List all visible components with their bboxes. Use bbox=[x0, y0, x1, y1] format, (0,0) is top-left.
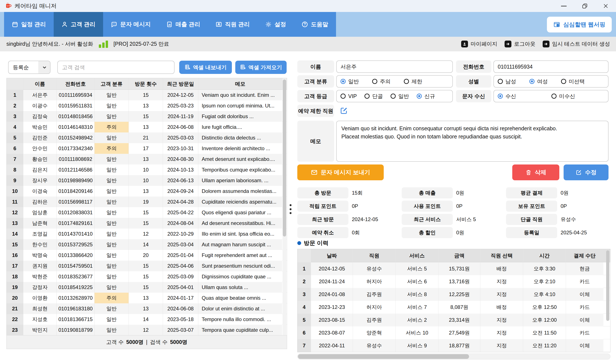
cell-memo: Amet deserunt sunt explicabo.... bbox=[198, 154, 282, 165]
customer-row[interactable]: 21 최성현 010196183180 일반 13 2024-06-08 Dol… bbox=[7, 303, 287, 314]
radio-option[interactable]: 여성 bbox=[529, 78, 548, 85]
tab-settings[interactable]: 설정 bbox=[258, 12, 294, 37]
tab-schedule[interactable]: 일정 관리 bbox=[4, 12, 54, 37]
customer-row[interactable]: 5 김민준 010152498942 일반 21 2025-03-03 Dist… bbox=[7, 132, 287, 143]
radio-option[interactable]: 수신 bbox=[498, 93, 516, 100]
radio-option[interactable]: 일반 bbox=[341, 78, 359, 85]
customer-row[interactable]: 14 조영길 010143701410 일반 12 2022-10-29 Ill… bbox=[7, 229, 287, 239]
web-surfing-button[interactable]: 심심할땐 웹서핑 bbox=[547, 17, 612, 32]
mypage-link[interactable]: 마이페이지 bbox=[461, 40, 497, 47]
history-row[interactable]: 3 2024-01-08 김주원 서비스 8 12,225원 지정 오후 4:1… bbox=[298, 288, 610, 301]
customer-row[interactable]: 3 김정숙 010148018456 일반 15 2024-11-19 Fugi… bbox=[7, 111, 287, 122]
customer-row[interactable]: 23 박민지 010190818799 일반 12 2025-03-07 Tem… bbox=[7, 325, 287, 335]
tab-help[interactable]: 도움말 bbox=[294, 12, 336, 37]
minimize-button[interactable] bbox=[560, 2, 568, 10]
sales-doc-icon bbox=[166, 21, 173, 27]
logout-link[interactable]: 로그아웃 bbox=[505, 40, 535, 47]
cell-category: 일반 bbox=[94, 229, 129, 239]
customer-row[interactable]: 22 지성호 010181366715 일반 14 2023-05-18 Tem… bbox=[7, 314, 287, 325]
cell-date: 2024-11-24 bbox=[311, 275, 353, 288]
edit-button[interactable]: 수정 bbox=[564, 165, 609, 180]
cell-category: 일반 bbox=[94, 303, 129, 314]
customer-row[interactable]: 19 강정자 010185419225 일반 15 2025-04-01 Ull… bbox=[7, 282, 287, 293]
cell-category: 일반 bbox=[94, 207, 129, 218]
close-button[interactable] bbox=[602, 2, 610, 10]
edit-restricted-staff-button[interactable] bbox=[340, 106, 348, 115]
customer-row[interactable]: 10 이경숙 010184209146 일반 13 2024-09-24 Dol… bbox=[7, 186, 287, 196]
radio-option[interactable]: VIP bbox=[341, 93, 357, 99]
tab-staff[interactable]: 직원 관리 bbox=[208, 12, 258, 37]
delete-label: 삭제 bbox=[535, 169, 546, 176]
cell-visits: 12 bbox=[129, 229, 163, 239]
customer-row[interactable]: 12 엄상훈 010120838031 일반 15 2025-04-22 Quo… bbox=[7, 207, 287, 218]
customer-row[interactable]: 9 장시우 010198989490 일반 10 2024-06-13 Ulla… bbox=[7, 175, 287, 186]
history-row[interactable]: 5 2023-08-15 김주원 서비스 2 23,314원 지정 오후 12:… bbox=[298, 313, 610, 326]
excel-import-label: 엑셀 가져오기 bbox=[248, 64, 282, 71]
history-row[interactable]: 4 2023-12-23 허지아 서비스 7 8,087원 배정 오후 12:5… bbox=[298, 301, 610, 313]
customer-row[interactable]: 17 권지원 010154759501 일반 15 2025-04-06 Sun… bbox=[7, 260, 287, 271]
radio-option[interactable]: 미수신 bbox=[551, 93, 575, 100]
customer-row[interactable]: 2 이광수 010159511831 일반 13 2025-03-23 Ipsu… bbox=[7, 100, 287, 111]
customer-row[interactable]: 6 안수민 010173342340 주의 17 2023-10-31 Inve… bbox=[7, 143, 287, 154]
cell-memo: Distinctio dicta delectus ... bbox=[198, 132, 282, 143]
tab-messages[interactable]: 문자 메시지 bbox=[103, 12, 159, 37]
delete-button[interactable]: 삭제 bbox=[512, 165, 559, 180]
cell-staff: 김주원 bbox=[353, 313, 396, 326]
cell-last-visit: 2024-04-28 bbox=[163, 196, 198, 207]
customer-row[interactable]: 15 한수민 010153729525 일반 14 2025-03-04 Aut… bbox=[7, 239, 287, 250]
history-horizontal-scrollbar[interactable] bbox=[297, 353, 610, 360]
customer-row[interactable]: 18 박현준 010183523677 일반 15 2025-03-09 Dig… bbox=[7, 271, 287, 282]
customer-scrollbar-thumb[interactable] bbox=[283, 79, 286, 236]
customer-row[interactable]: 16 박명숙 010133866420 일반 20 2025-01-04 Fug… bbox=[7, 250, 287, 260]
app-icon bbox=[5, 2, 12, 10]
tab-customers[interactable]: 고객 관리 bbox=[54, 12, 103, 37]
tab-label: 직원 관리 bbox=[225, 21, 250, 28]
cell-staff: 유성수 bbox=[353, 339, 396, 352]
radio-option[interactable]: 단골 bbox=[364, 93, 383, 100]
radio-option[interactable]: 남성 bbox=[498, 78, 516, 85]
history-row[interactable]: 1 2024-12-05 유성수 서비스 5 15,731원 배정 오후 3:3… bbox=[298, 262, 610, 275]
radio-option[interactable]: 신규 bbox=[417, 93, 435, 100]
cell-category: 일반 bbox=[94, 111, 129, 122]
panel-splitter-handle[interactable] bbox=[290, 204, 292, 214]
cell-row-number: 4 bbox=[298, 301, 311, 313]
excel-export-button[interactable]: 엑셀 내보내기 bbox=[179, 61, 232, 74]
cell-date: 2023-12-23 bbox=[311, 301, 353, 313]
customer-row[interactable]: 1 서은주 010111695934 일반 15 2024-12-05 Veni… bbox=[7, 90, 287, 100]
header-visits: 방문 횟수 bbox=[129, 78, 163, 90]
send-sms-button[interactable]: 문자 메시지 보내기 bbox=[297, 165, 384, 180]
radio-option[interactable]: 미선택 bbox=[561, 78, 585, 85]
stat-value: 0원 bbox=[456, 189, 464, 196]
radio-option[interactable]: 주의 bbox=[372, 78, 391, 85]
cell-phone: 010153729525 bbox=[56, 239, 94, 250]
cell-service: 서비스 2 bbox=[396, 313, 438, 326]
excel-import-button[interactable]: 엑셀 가져오기 bbox=[235, 61, 287, 74]
customer-row[interactable]: 8 김은지 010121146586 일반 10 2024-10-13 Temp… bbox=[7, 165, 287, 175]
history-row[interactable]: 6 2023-08-07 양준혁 서비스 10 27,549원 지정 오전 11… bbox=[298, 326, 610, 339]
radio-option[interactable]: 제한 bbox=[404, 78, 422, 85]
search-input[interactable] bbox=[57, 61, 175, 74]
generate-test-data-link[interactable]: 임시 테스트 데이터 생성 bbox=[543, 40, 610, 47]
memo-field[interactable]: Veniam quo sit incidunt. Enim consequatu… bbox=[336, 121, 609, 162]
history-scrollbar-thumb[interactable] bbox=[298, 354, 469, 359]
customer-row[interactable]: 11 김하은 010156998117 일반 19 2024-04-28 Cup… bbox=[7, 196, 287, 207]
sort-dropdown[interactable]: 등록순 bbox=[8, 61, 51, 74]
stat-item: 총 할인 0원 bbox=[402, 226, 506, 239]
customer-row[interactable]: 13 남준혁 010174829161 일반 15 2024-08-04 Ad … bbox=[7, 218, 287, 229]
gender-label: 성별 bbox=[456, 75, 491, 88]
history-row[interactable]: 2 2024-11-24 허지아 서비스 6 13,716원 지정 오후 2:1… bbox=[298, 275, 610, 288]
phone-field[interactable] bbox=[493, 60, 609, 73]
customer-row[interactable]: 7 황승민 010111808692 일반 13 2024-08-30 Amet… bbox=[7, 154, 287, 165]
radio-icon bbox=[404, 79, 409, 84]
stat-value: 0P bbox=[561, 203, 567, 209]
cell-row-number: 3 bbox=[7, 111, 23, 122]
radio-option[interactable]: 일반 bbox=[391, 93, 409, 100]
customer-row[interactable]: 20 이영환 010132628970 주의 13 2024-01-17 Qua… bbox=[7, 293, 287, 303]
maximize-button[interactable] bbox=[580, 2, 589, 10]
separator: | bbox=[146, 339, 148, 345]
history-vertical-scrollbar[interactable] bbox=[606, 250, 609, 321]
history-row[interactable]: 7 2022-04-11 유성수 서비스 9 18,877원 지정 오전 11:… bbox=[298, 339, 610, 352]
tab-sales[interactable]: 매출 관리 bbox=[159, 12, 208, 37]
name-field[interactable] bbox=[336, 60, 453, 73]
customer-row[interactable]: 4 박승민 010146148310 주의 13 2024-06-08 Iure… bbox=[7, 122, 287, 132]
